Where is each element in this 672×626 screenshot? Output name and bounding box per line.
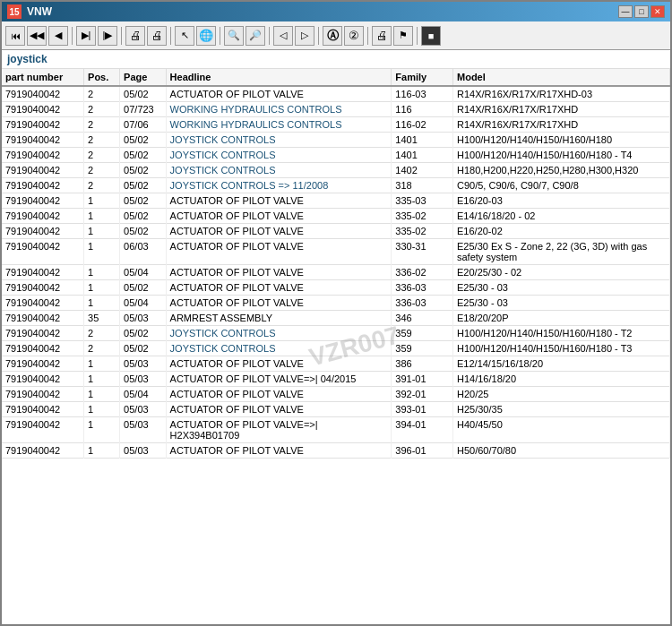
maximize-button[interactable]: □	[634, 5, 649, 18]
minimize-button[interactable]: —	[618, 5, 633, 18]
cell-model: E16/20-03	[453, 193, 670, 209]
cell-part: 7919040042	[2, 265, 84, 280]
first-button[interactable]: ⏮	[5, 26, 25, 46]
print1-button[interactable]: 🖨	[125, 26, 145, 46]
cell-model: H40/45/50	[453, 417, 670, 443]
toolbar-sep-5	[269, 27, 270, 45]
cell-model: E20/25/30 - 02	[453, 265, 670, 280]
circle-a-button[interactable]: Ⓐ	[323, 26, 342, 46]
col-header-page: Page	[120, 69, 166, 86]
cell-headline[interactable]: WORKING HYDRAULICS CONTROLS	[166, 102, 392, 117]
cell-model: R14X/R16X/R17X/R17XHD	[453, 117, 670, 133]
headline-link[interactable]: JOYSTICK CONTROLS	[170, 165, 276, 176]
table-row[interactable]: 7919040042207/723WORKING HYDRAULICS CONT…	[2, 102, 670, 117]
prev-fast-button[interactable]: ◀◀	[27, 26, 47, 46]
table-row[interactable]: 7919040042205/02JOYSTICK CONTROLS359H100…	[2, 326, 670, 341]
table-row[interactable]: 7919040042105/02ACTUATOR OF PILOT VALVE3…	[2, 209, 670, 224]
cell-pos: 2	[84, 178, 120, 193]
title-bar-left: 15 VNW	[7, 4, 52, 19]
title-controls: — □ ✕	[618, 5, 665, 18]
zoom-out-button[interactable]: 🔎	[246, 26, 265, 46]
table-row[interactable]: 7919040042205/02JOYSTICK CONTROLS => 11/…	[2, 178, 670, 193]
table-row[interactable]: 7919040042105/04ACTUATOR OF PILOT VALVE3…	[2, 265, 670, 280]
table-row[interactable]: 7919040042105/02ACTUATOR OF PILOT VALVE3…	[2, 193, 670, 209]
table-row[interactable]: 7919040042207/06WORKING HYDRAULICS CONTR…	[2, 117, 670, 133]
cell-model: R14X/R16X/R17X/R17XHD	[453, 102, 670, 117]
cell-family: 359	[392, 341, 453, 356]
table-row[interactable]: 7919040042105/03ACTUATOR OF PILOT VALVE3…	[2, 402, 670, 417]
headline-link[interactable]: JOYSTICK CONTROLS	[170, 134, 276, 145]
cell-part: 7919040042	[2, 117, 84, 133]
table-container[interactable]: part number Pos. Page Headline Family Mo…	[2, 69, 670, 624]
nav-prev-button[interactable]: ◁	[273, 26, 293, 46]
table-row[interactable]: 7919040042105/03ACTUATOR OF PILOT VALVE=…	[2, 417, 670, 443]
cell-model: H100/H120/H140/H150/H160/H180 - T2	[453, 326, 670, 341]
cell-headline: ACTUATOR OF PILOT VALVE	[166, 86, 392, 102]
cell-headline[interactable]: JOYSTICK CONTROLS => 11/2008	[166, 178, 392, 193]
print3-button[interactable]: 🖨	[372, 26, 392, 46]
cell-part: 7919040042	[2, 326, 84, 341]
cell-family: 116-03	[392, 86, 453, 102]
table-row[interactable]: 7919040042105/02ACTUATOR OF PILOT VALVE3…	[2, 224, 670, 239]
close-button[interactable]: ✕	[650, 5, 665, 18]
circle-2-button[interactable]: ②	[344, 26, 364, 46]
table-row[interactable]: 79190400423505/03ARMREST ASSEMBLY346E18/…	[2, 311, 670, 326]
globe-button[interactable]: 🌐	[196, 26, 216, 46]
cell-headline: ACTUATOR OF PILOT VALVE	[166, 209, 392, 224]
cell-headline: ACTUATOR OF PILOT VALVE	[166, 402, 392, 417]
table-row[interactable]: 7919040042205/02JOYSTICK CONTROLS1401H10…	[2, 148, 670, 163]
headline-link[interactable]: WORKING HYDRAULICS CONTROLS	[170, 119, 342, 130]
window-title: VNW	[27, 5, 52, 18]
table-row[interactable]: 7919040042105/02ACTUATOR OF PILOT VALVE3…	[2, 280, 670, 296]
table-row[interactable]: 7919040042105/03ACTUATOR OF PILOT VALVE=…	[2, 372, 670, 387]
cell-model: E18/20/20P	[453, 311, 670, 326]
cell-model: E25/30 - 03	[453, 296, 670, 311]
last-doc-button[interactable]: |▶	[98, 26, 117, 46]
table-row[interactable]: 7919040042205/02JOYSTICK CONTROLS359H100…	[2, 341, 670, 356]
headline-link[interactable]: JOYSTICK CONTROLS	[170, 343, 276, 354]
table-row[interactable]: 7919040042105/04ACTUATOR OF PILOT VALVE3…	[2, 387, 670, 402]
prev-button[interactable]: ◀	[48, 26, 68, 46]
next-doc-button[interactable]: ▶|	[76, 26, 96, 46]
cell-headline[interactable]: JOYSTICK CONTROLS	[166, 163, 392, 178]
table-row[interactable]: 7919040042205/02JOYSTICK CONTROLS1401H10…	[2, 133, 670, 148]
cell-part: 7919040042	[2, 163, 84, 178]
table-row[interactable]: 7919040042205/02JOYSTICK CONTROLS1402H18…	[2, 163, 670, 178]
cell-page: 05/02	[120, 163, 166, 178]
headline-link[interactable]: JOYSTICK CONTROLS	[170, 150, 276, 160]
headline-link[interactable]: WORKING HYDRAULICS CONTROLS	[170, 104, 342, 115]
cell-headline[interactable]: JOYSTICK CONTROLS	[166, 133, 392, 148]
cursor-button[interactable]: ↖	[175, 26, 194, 46]
zoom-in-button[interactable]: 🔍	[224, 26, 244, 46]
table-row[interactable]: 7919040042105/04ACTUATOR OF PILOT VALVE3…	[2, 296, 670, 311]
cell-headline[interactable]: JOYSTICK CONTROLS	[166, 326, 392, 341]
table-row[interactable]: 7919040042205/02ACTUATOR OF PILOT VALVE1…	[2, 86, 670, 102]
nav-next-button[interactable]: ▷	[295, 26, 314, 46]
cell-model: E14/16/18/20 - 02	[453, 209, 670, 224]
cell-page: 05/02	[120, 148, 166, 163]
table-row[interactable]: 7919040042106/03ACTUATOR OF PILOT VALVE3…	[2, 239, 670, 265]
stop-button[interactable]: ■	[421, 26, 441, 46]
cell-page: 05/03	[120, 356, 166, 372]
headline-link[interactable]: JOYSTICK CONTROLS	[170, 328, 276, 339]
results-table: part number Pos. Page Headline Family Mo…	[2, 69, 670, 459]
cell-part: 7919040042	[2, 193, 84, 209]
col-header-part: part number	[2, 69, 84, 86]
toolbar-sep-8	[417, 27, 418, 45]
cell-part: 7919040042	[2, 341, 84, 356]
title-bar: 15 VNW — □ ✕	[2, 2, 670, 21]
print2-button[interactable]: 🖨	[147, 26, 167, 46]
table-row[interactable]: 7919040042105/03ACTUATOR OF PILOT VALVE3…	[2, 356, 670, 372]
flag-button[interactable]: ⚑	[393, 26, 413, 46]
cell-pos: 2	[84, 326, 120, 341]
table-row[interactable]: 7919040042105/03ACTUATOR OF PILOT VALVE3…	[2, 443, 670, 459]
cell-model: E12/14/15/16/18/20	[453, 356, 670, 372]
cell-family: 318	[392, 178, 453, 193]
cell-headline[interactable]: WORKING HYDRAULICS CONTROLS	[166, 117, 392, 133]
headline-link[interactable]: JOYSTICK CONTROLS => 11/2008	[170, 180, 329, 191]
toolbar-sep-6	[318, 27, 319, 45]
cell-headline[interactable]: JOYSTICK CONTROLS	[166, 148, 392, 163]
cell-headline[interactable]: JOYSTICK CONTROLS	[166, 341, 392, 356]
cell-part: 7919040042	[2, 86, 84, 102]
cell-part: 7919040042	[2, 209, 84, 224]
